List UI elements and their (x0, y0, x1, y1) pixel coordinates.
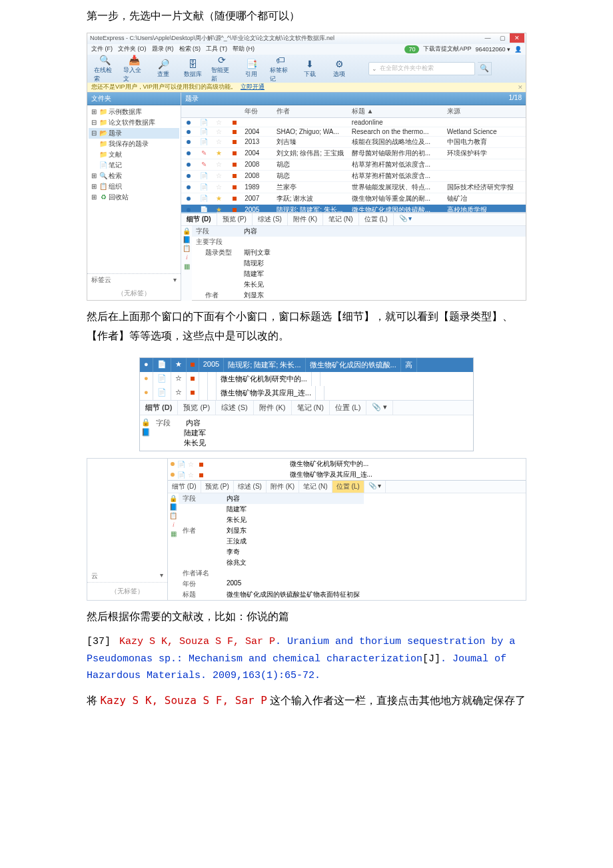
table-row[interactable]: 📄☆2008胡恋枯草芽孢杆菌对低浓度含... (181, 170, 526, 181)
detail-tab[interactable]: 笔记 (N) (323, 213, 359, 225)
italic-icon[interactable]: 𝑖 (186, 253, 188, 261)
detail-field-value[interactable]: 刘显东 (223, 525, 364, 536)
chevron-down-icon[interactable]: ▾ (160, 571, 163, 581)
sidebar-item[interactable]: ⊟📁论文软件数据库 (89, 117, 179, 128)
detail-tab[interactable]: 笔记 (N) (299, 481, 332, 493)
column-header[interactable] (181, 105, 197, 118)
cell[interactable]: 陆现彩; 陆建军; 朱长... (224, 358, 305, 372)
column-header[interactable] (227, 105, 242, 118)
list-item[interactable]: 📄☆微生物矿化机制研究中的... (168, 459, 526, 469)
window-max-icon[interactable]: ▢ (495, 33, 510, 43)
table-row[interactable]: 📄★2005陆现彩; 陆建军; 朱长...微生物矿化成因的铁硫酸...高校地质学… (181, 204, 526, 212)
detail-tab[interactable]: 附件 (K) (254, 401, 292, 415)
detail-field-value[interactable]: 2005 (223, 579, 364, 589)
detail-field-value[interactable] (223, 568, 364, 579)
column-header[interactable] (212, 105, 227, 118)
cell[interactable] (199, 372, 208, 386)
star-icon[interactable]: ☆ (216, 183, 222, 191)
star-icon[interactable]: ☆ (216, 161, 222, 168)
vip-upgrade-link[interactable]: 立即开通 (241, 83, 265, 91)
copy-icon[interactable]: 📋 (183, 245, 191, 252)
book-icon[interactable]: 📘 (183, 236, 191, 243)
cell[interactable] (208, 372, 217, 386)
toolbar-button[interactable]: 📥导入全文 (121, 53, 147, 85)
column-header[interactable]: 作者 (274, 105, 349, 118)
star-icon[interactable]: ★ (216, 206, 222, 212)
window-close-icon[interactable]: ✕ (510, 33, 524, 43)
table-row[interactable]: 📄★2007李跃; 谢水波微生物对铀等重金属的耐...铀矿冶 (181, 193, 526, 204)
detail-tab[interactable]: 笔记 (N) (292, 401, 330, 415)
expand-icon[interactable]: ⊞ (90, 108, 98, 116)
column-header[interactable]: 标题 ▲ (349, 105, 444, 118)
detail-field-value[interactable]: 陆现彩 (240, 258, 526, 269)
list-item[interactable]: 📄☆微生物矿物学及其应用_连... (168, 469, 526, 480)
detail-tabs[interactable]: 细节 (D)预览 (P)综述 (S)附件 (K)笔记 (N)位置 (L)📎 ▾ (181, 212, 526, 225)
cell[interactable]: 高 (401, 358, 417, 372)
toolbar-button[interactable]: ⟳智能更新 (209, 53, 235, 85)
detail-field-value[interactable]: 陆建军 (223, 504, 364, 515)
table-row[interactable]: 📄☆2004SHAO; Zhiguo; WA...Research on the… (181, 127, 526, 136)
toolbar-button[interactable]: 🔍在线检索 (91, 53, 118, 85)
detail-tab[interactable]: 位置 (L) (332, 481, 364, 493)
detail-tab[interactable]: 预览 (P) (178, 401, 216, 415)
detail-tab[interactable]: 预览 (P) (201, 481, 234, 493)
lock-icon[interactable]: 🔒 (169, 495, 177, 502)
star-icon[interactable]: ☆ (216, 138, 222, 145)
toolbar-button[interactable]: 📑引用 (238, 57, 265, 80)
detail-field-value[interactable]: 刘显东 (240, 290, 526, 301)
detail-field-value[interactable] (240, 237, 526, 247)
tabs-row[interactable]: 细节 (D)预览 (P)综述 (S)附件 (K)笔记 (N)位置 (L)📎 ▾ (140, 400, 473, 415)
star-icon[interactable]: ★ (216, 149, 222, 157)
expand-icon[interactable]: ⊞ (90, 193, 98, 201)
tabs-row[interactable]: 细节 (D)预览 (P)综述 (S)附件 (K)笔记 (N)位置 (L)📎 ▾ (168, 480, 526, 493)
table-row[interactable]: ✎☆2008胡恋枯草芽孢杆菌对低浓度含... (181, 159, 526, 170)
detail-tab[interactable]: 位置 (L) (359, 213, 394, 225)
sidebar-item[interactable]: ⊟📂题录 (89, 128, 179, 139)
star-icon[interactable]: ☆ (216, 128, 222, 135)
banner-close-icon[interactable]: ✕ (518, 84, 523, 91)
detail-tab[interactable]: 综述 (S) (234, 481, 267, 493)
copy-icon[interactable]: 📋 (169, 512, 177, 519)
star-icon[interactable]: ☆ (216, 172, 222, 179)
sidebar-item[interactable]: ⊞🔍检索 (89, 171, 179, 181)
star-icon[interactable]: ☆ (216, 119, 222, 126)
attachment-icon[interactable]: 📎 ▾ (396, 213, 415, 225)
grid-icon[interactable]: ▦ (171, 530, 177, 537)
grid-icon[interactable]: ▦ (184, 263, 190, 270)
detail-tab[interactable]: 细节 (D) (168, 481, 201, 493)
detail-tab[interactable]: 细节 (D) (181, 212, 217, 225)
menu-item[interactable]: 帮助 (H) (233, 45, 255, 53)
sidebar-item[interactable]: 📁文献 (89, 149, 179, 160)
detail-field-value[interactable]: 微生物矿化成因的铁硫酸盐矿物表面特征初探 (223, 589, 364, 600)
detail-field-value[interactable]: 朱长见 (223, 515, 364, 525)
folder-tree[interactable]: ⊞📁示例数据库⊟📁论文软件数据库⊟📂题录📁我保存的题录📁文献📄笔记⊞🔍检索⊞📋组… (87, 105, 181, 204)
detail-tab[interactable]: 综述 (S) (253, 213, 288, 225)
toolbar-button[interactable]: ⬇下载 (297, 57, 323, 80)
book-icon[interactable]: 📘 (141, 428, 151, 437)
sidebar-item[interactable]: ⊞📁示例数据库 (89, 107, 179, 117)
user-id[interactable]: 964012060 ▾ (475, 46, 510, 53)
detail-field-value[interactable]: 徐兆文 (223, 557, 364, 568)
toolbar-button[interactable]: 🔎查重 (150, 57, 177, 80)
book-icon[interactable]: 📘 (169, 503, 177, 511)
chevron-down-icon[interactable]: ⌄ (372, 65, 377, 72)
expand-icon[interactable]: ⊞ (90, 172, 98, 180)
expand-icon[interactable]: ⊟ (90, 129, 98, 137)
sidebar-item[interactable]: 📄笔记 (89, 160, 179, 171)
search-button[interactable]: 🔍 (478, 62, 492, 75)
star-icon[interactable]: ★ (216, 195, 222, 202)
detail-tab[interactable]: 附件 (K) (267, 481, 299, 493)
attachment-icon[interactable]: 📎 ▾ (364, 481, 386, 493)
cell[interactable] (199, 386, 208, 400)
attachment-icon[interactable]: 📎 ▾ (366, 401, 393, 415)
download-app-link[interactable]: 下载青提文献APP (423, 45, 471, 53)
lock-icon[interactable]: 🔒 (183, 227, 191, 235)
detail-field-value[interactable]: 朱长见 (240, 279, 526, 290)
detail-tab[interactable]: 位置 (L) (330, 401, 367, 415)
user-icon[interactable]: 👤 (514, 46, 522, 53)
expand-icon[interactable]: ⊟ (90, 119, 98, 127)
toolbar-button[interactable]: ⚙选项 (326, 57, 352, 80)
italic-icon[interactable]: 𝑖 (173, 521, 175, 529)
column-header[interactable]: 来源 (444, 105, 526, 118)
cell[interactable]: 微生物矿化机制研究中的... (217, 372, 312, 386)
